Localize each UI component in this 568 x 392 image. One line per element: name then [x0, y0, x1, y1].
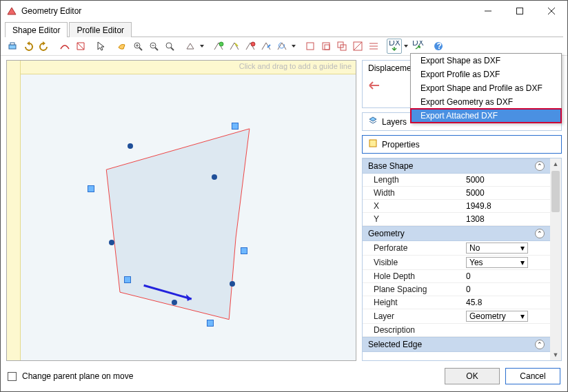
properties-scrollbar[interactable]: ▲ ▼: [550, 158, 561, 360]
prop-length: Length5000: [363, 174, 550, 187]
section-base-shape[interactable]: Base Shape ⌃: [363, 158, 550, 174]
draw-shape-icon[interactable]: [73, 39, 88, 54]
svg-line-15: [171, 48, 174, 50]
chevron-down-icon: ▾: [520, 258, 525, 267]
section-geometry[interactable]: Geometry ⌃: [363, 226, 550, 241]
layers-label: Layers: [382, 117, 407, 127]
draw-curve-icon[interactable]: [57, 39, 72, 54]
svg-line-12: [155, 48, 158, 50]
shape-vertex[interactable]: [128, 143, 133, 149]
chevron-up-icon[interactable]: ⌃: [535, 340, 545, 349]
change-parent-plane-checkbox[interactable]: [8, 372, 17, 381]
properties-panel: Base Shape ⌃ Length5000 Width5000 X1949.…: [362, 158, 562, 361]
chevron-up-icon[interactable]: ⌃: [535, 229, 545, 238]
tab-profile-editor[interactable]: Profile Editor: [69, 22, 132, 37]
striped-icon[interactable]: [366, 39, 381, 54]
prop-width: Width5000: [363, 187, 550, 200]
layer-select[interactable]: Geometry▾: [466, 311, 528, 322]
svg-marker-33: [106, 129, 250, 320]
ok-button[interactable]: OK: [445, 368, 500, 384]
rotate-shape-icon[interactable]: [274, 39, 290, 54]
menu-export-profile-dxf[interactable]: Export Profile as DXF: [411, 68, 561, 81]
svg-point-16: [219, 42, 223, 46]
prop-x: X1949.8: [363, 200, 550, 213]
svg-rect-18: [307, 43, 314, 50]
svg-text:?: ?: [437, 41, 442, 51]
chevron-up-icon[interactable]: ⌃: [535, 161, 545, 171]
shape-handle[interactable]: [232, 123, 239, 130]
titlebar: Geometry Editor: [1, 1, 567, 21]
shape-handle[interactable]: [207, 320, 214, 327]
tab-shape-editor[interactable]: Shape Editor: [5, 22, 68, 37]
prop-height: Height45.8: [363, 296, 550, 309]
svg-rect-19: [323, 43, 329, 50]
zoom-fit-icon[interactable]: [162, 39, 177, 54]
zoom-in-icon[interactable]: [130, 39, 145, 54]
menu-export-geometry-dxf[interactable]: Export Geometry as DXF: [411, 95, 561, 109]
move-shape-icon[interactable]: [258, 39, 274, 54]
scroll-down-icon[interactable]: ▼: [550, 349, 561, 360]
dropdown-arrow-icon[interactable]: [290, 39, 297, 54]
svg-line-8: [139, 48, 142, 50]
layers-icon: [368, 116, 378, 127]
shape-vertex[interactable]: [230, 281, 235, 287]
window-title: Geometry Editor: [21, 6, 472, 16]
visible-select[interactable]: Yes▾: [466, 257, 528, 268]
select-shape-icon[interactable]: [303, 39, 318, 54]
footer: Change parent plane on move OK Cancel: [1, 362, 567, 391]
select-subtract-icon[interactable]: [334, 39, 349, 54]
svg-text:DXF: DXF: [389, 41, 400, 48]
minimize-button[interactable]: [472, 1, 504, 21]
zoom-out-icon[interactable]: [146, 39, 161, 54]
properties-tab[interactable]: Properties: [362, 135, 562, 154]
maximize-button[interactable]: [504, 1, 536, 21]
properties-label: Properties: [382, 140, 420, 149]
close-button[interactable]: [536, 1, 567, 21]
dxf-export-menu: Export Shape as DXF Export Profile as DX…: [410, 53, 562, 123]
print-icon[interactable]: [5, 39, 20, 54]
canvas[interactable]: Click and drag to add a guide line: [6, 60, 356, 361]
dxf-import-icon[interactable]: DXF: [410, 39, 425, 54]
help-icon[interactable]: ?: [431, 39, 446, 54]
undo-icon[interactable]: [21, 39, 36, 54]
menu-export-attached-dxf[interactable]: Export Attached DXF: [411, 109, 561, 123]
svg-rect-20: [325, 45, 329, 50]
cancel-button[interactable]: Cancel: [505, 368, 560, 384]
shape-vertex[interactable]: [109, 240, 114, 245]
section-selected-edge[interactable]: Selected Edge ⌃: [363, 337, 550, 352]
shape-handle[interactable]: [124, 276, 131, 283]
svg-point-17: [251, 42, 255, 46]
scroll-up-icon[interactable]: ▲: [550, 158, 561, 169]
svg-rect-35: [369, 140, 376, 147]
gradient-icon[interactable]: [350, 39, 365, 54]
prop-y: Y1308: [363, 213, 550, 226]
prop-plane-spacing: Plane Spacing0: [363, 283, 550, 296]
svg-rect-1: [517, 8, 523, 14]
scroll-thumb[interactable]: [551, 171, 560, 212]
add-vertex-icon[interactable]: [211, 39, 226, 54]
menu-export-shape-profile-dxf[interactable]: Export Shape and Profile as DXF: [411, 81, 561, 95]
shape-vertex[interactable]: [212, 174, 217, 180]
shape-vertex[interactable]: [172, 300, 177, 305]
select-add-icon[interactable]: [318, 39, 334, 54]
svg-line-24: [354, 42, 362, 50]
dropdown-arrow-icon[interactable]: [199, 39, 205, 54]
dxf-dropdown-arrow-icon[interactable]: [403, 39, 409, 54]
dxf-export-icon[interactable]: DXF: [387, 39, 402, 54]
redo-icon[interactable]: [37, 39, 52, 54]
shape-tool-1-icon[interactable]: [183, 39, 198, 54]
perforate-select[interactable]: No▾: [466, 243, 528, 254]
svg-rect-4: [9, 45, 16, 49]
editor-tabs: Shape Editor Profile Editor: [5, 21, 563, 37]
prop-perforate: PerforateNo▾: [363, 241, 550, 256]
change-parent-plane-label: Change parent plane on move: [22, 371, 133, 381]
properties-icon: [368, 138, 378, 150]
paint-icon[interactable]: [114, 39, 130, 54]
menu-export-shape-dxf[interactable]: Export Shape as DXF: [411, 54, 561, 68]
shape-handle[interactable]: [241, 247, 247, 254]
modify-vertex-icon[interactable]: [227, 39, 242, 54]
shape-handle[interactable]: [88, 185, 94, 192]
window-controls: [472, 1, 567, 21]
remove-vertex-icon[interactable]: [243, 39, 258, 54]
pointer-icon[interactable]: [94, 39, 109, 54]
